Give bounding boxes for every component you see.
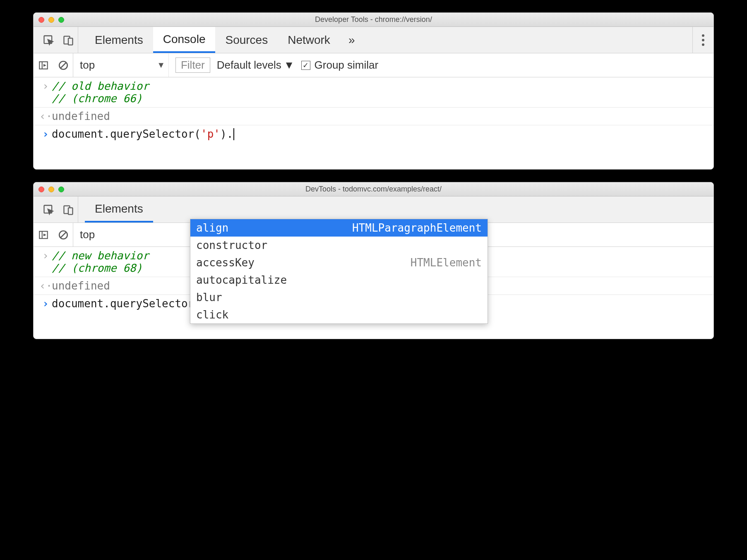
window-title: Developer Tools - chrome://version/ <box>34 15 713 24</box>
group-similar-label: Group similar <box>315 59 379 72</box>
traffic-lights <box>38 17 64 23</box>
close-window-icon[interactable] <box>38 187 44 192</box>
autocomplete-item[interactable]: constructor <box>190 237 488 254</box>
context-label: top <box>80 59 95 72</box>
tab-elements[interactable]: Elements <box>85 196 153 223</box>
traffic-lights <box>38 187 64 192</box>
console-toolbar: top ▼ Filter Default levels ▼ ✓ Group si… <box>34 53 713 77</box>
output-caret-icon: ‹· <box>39 110 52 122</box>
prompt-caret-icon: › <box>39 128 52 140</box>
levels-label: Default levels <box>217 59 281 72</box>
filter-input[interactable]: Filter <box>175 57 210 73</box>
autocomplete-name: align <box>196 222 228 234</box>
input-caret-icon: › <box>39 249 52 262</box>
chevron-down-icon: ▼ <box>157 60 165 70</box>
tab-elements[interactable]: Elements <box>85 27 153 53</box>
execution-context-selector[interactable]: top <box>73 223 98 246</box>
checkbox-checked-icon: ✓ <box>301 61 310 70</box>
console-code: ' <box>201 128 207 140</box>
input-caret-icon: › <box>39 80 52 92</box>
console-code: p <box>207 128 214 140</box>
tab-network[interactable]: Network <box>278 27 340 53</box>
close-window-icon[interactable] <box>38 17 44 23</box>
autocomplete-item[interactable]: accessKey HTMLElement <box>190 254 488 271</box>
autocomplete-item[interactable]: autocapitalize <box>190 271 488 289</box>
title-bar: DevTools - todomvc.com/examples/react/ <box>34 182 713 196</box>
autocomplete-type: HTMLParagraphElement <box>352 222 482 234</box>
console-code: ). <box>220 128 233 140</box>
inspect-element-icon[interactable] <box>38 34 58 46</box>
tab-overflow-icon[interactable]: » <box>340 34 363 47</box>
prompt-caret-icon: › <box>39 297 52 310</box>
console-code: document.querySelector( <box>52 128 201 140</box>
window-title: DevTools - todomvc.com/examples/react/ <box>34 185 713 194</box>
clear-console-icon[interactable] <box>53 53 73 77</box>
autocomplete-name: click <box>196 309 228 321</box>
console-output-row: ‹· undefined <box>34 107 713 125</box>
devtools-window-top: Developer Tools - chrome://version/ Elem… <box>33 12 714 170</box>
chevron-down-icon: ▼ <box>284 59 295 72</box>
more-options-icon[interactable] <box>692 27 713 53</box>
console-comment: // old behavior <box>52 80 149 92</box>
console-comment: // new behavior <box>52 249 149 262</box>
minimize-window-icon[interactable] <box>48 17 54 23</box>
console-input-row: › // old behavior // (chrome 66) <box>34 77 713 107</box>
output-caret-icon: ‹· <box>39 280 52 292</box>
autocomplete-name: autocapitalize <box>196 274 287 286</box>
tabs-row: Elements Console Sources Network » <box>34 27 713 53</box>
console-value: undefined <box>52 110 708 122</box>
autocomplete-name: accessKey <box>196 256 255 269</box>
console-code: document.querySelector( <box>52 297 201 310</box>
device-toolbar-icon[interactable] <box>58 196 78 223</box>
toggle-console-sidebar-icon[interactable] <box>34 223 53 246</box>
tab-list: Elements Console Sources Network » <box>85 27 363 53</box>
autocomplete-item[interactable]: click <box>190 306 488 323</box>
console-code: ' <box>214 128 220 140</box>
devtools-window-bottom: DevTools - todomvc.com/examples/react/ E… <box>33 182 714 339</box>
console-log-area: › // old behavior // (chrome 66) ‹· unde… <box>34 77 713 169</box>
group-similar-checkbox[interactable]: ✓ Group similar <box>301 59 379 72</box>
maximize-window-icon[interactable] <box>58 17 64 23</box>
autocomplete-item[interactable]: align HTMLParagraphElement <box>190 219 488 237</box>
tab-sources[interactable]: Sources <box>215 27 278 53</box>
autocomplete-popup: align HTMLParagraphElement constructor a… <box>190 219 488 324</box>
maximize-window-icon[interactable] <box>58 187 64 192</box>
autocomplete-type: HTMLElement <box>411 256 482 269</box>
execution-context-selector[interactable]: top ▼ <box>73 53 169 77</box>
window-body: Elements top › // new behavio <box>34 196 713 339</box>
autocomplete-name: constructor <box>196 239 267 251</box>
context-label: top <box>80 228 95 241</box>
log-levels-selector[interactable]: Default levels ▼ <box>217 59 295 72</box>
console-comment: // (chrome 66) <box>52 92 142 105</box>
inspect-element-icon[interactable] <box>38 204 58 215</box>
text-cursor-icon <box>233 128 234 140</box>
tab-console[interactable]: Console <box>153 27 216 53</box>
autocomplete-item[interactable]: blur <box>190 289 488 306</box>
tab-list: Elements <box>85 196 153 223</box>
console-comment: // (chrome 68) <box>52 262 142 274</box>
clear-console-icon[interactable] <box>53 223 73 246</box>
svg-rect-7 <box>68 208 73 214</box>
minimize-window-icon[interactable] <box>48 187 54 192</box>
title-bar: Developer Tools - chrome://version/ <box>34 13 713 27</box>
toggle-console-sidebar-icon[interactable] <box>34 53 53 77</box>
svg-rect-2 <box>68 38 73 45</box>
autocomplete-name: blur <box>196 291 222 304</box>
device-toolbar-icon[interactable] <box>58 27 78 53</box>
console-prompt-row[interactable]: › document.querySelector('p'). <box>34 125 713 169</box>
